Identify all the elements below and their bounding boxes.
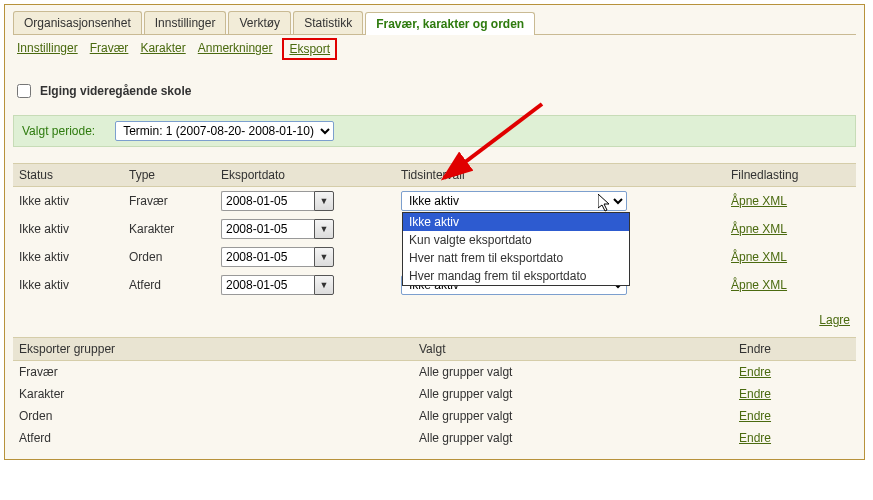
- top-tabs: Organisasjonsenhet Innstillinger Verktøy…: [13, 11, 856, 35]
- date-picker-icon[interactable]: ▼: [314, 247, 334, 267]
- groups-selected: Alle grupper valgt: [413, 383, 733, 405]
- groups-edit-link[interactable]: Endre: [739, 431, 771, 445]
- open-xml-link[interactable]: Åpne XML: [731, 194, 787, 208]
- grid-row: Ikke aktiv Fravær ▼ Ikke aktiv Åpne XML: [13, 187, 856, 215]
- groups-selected: Alle grupper valgt: [413, 427, 733, 449]
- tab-tools[interactable]: Verktøy: [228, 11, 291, 34]
- groups-type: Atferd: [13, 427, 413, 449]
- groups-edit-link[interactable]: Endre: [739, 387, 771, 401]
- cell-type: Fravær: [123, 190, 215, 212]
- dropdown-option[interactable]: Hver mandag frem til eksportdato: [403, 267, 629, 285]
- cell-type: Orden: [123, 246, 215, 268]
- interval-select[interactable]: Ikke aktiv: [401, 191, 627, 211]
- header-download: Filnedlasting: [725, 164, 856, 186]
- date-picker-icon[interactable]: ▼: [314, 219, 334, 239]
- cell-status: Ikke aktiv: [13, 246, 123, 268]
- subnav-settings[interactable]: Innstillinger: [17, 41, 78, 57]
- groups-edit-link[interactable]: Endre: [739, 365, 771, 379]
- subnav-export-highlight: Eksport: [282, 38, 337, 60]
- subnav-notes[interactable]: Anmerkninger: [198, 41, 273, 57]
- export-date-input[interactable]: [221, 191, 314, 211]
- open-xml-link[interactable]: Åpne XML: [731, 222, 787, 236]
- school-name: Elging videregående skole: [40, 84, 191, 98]
- groups-type: Karakter: [13, 383, 413, 405]
- groups-row: Fravær Alle grupper valgt Endre: [13, 361, 856, 383]
- header-type: Type: [123, 164, 215, 186]
- groups-header-selected: Valgt: [413, 338, 733, 360]
- header-interval: Tidsintervall: [395, 164, 725, 186]
- school-row: Elging videregående skole: [13, 81, 856, 101]
- interval-dropdown[interactable]: Ikke aktiv Kun valgte eksportdato Hver n…: [402, 212, 630, 286]
- groups-row: Orden Alle grupper valgt Endre: [13, 405, 856, 427]
- cell-status: Ikke aktiv: [13, 218, 123, 240]
- date-picker-icon[interactable]: ▼: [314, 275, 334, 295]
- tab-absence[interactable]: Fravær, karakter og orden: [365, 12, 535, 35]
- cell-type: Karakter: [123, 218, 215, 240]
- groups-edit-link[interactable]: Endre: [739, 409, 771, 423]
- subnav-export[interactable]: Eksport: [289, 42, 330, 56]
- grid-header: Status Type Eksportdato Tidsintervall Fi…: [13, 163, 856, 187]
- cell-status: Ikke aktiv: [13, 190, 123, 212]
- dropdown-option[interactable]: Hver natt frem til eksportdato: [403, 249, 629, 267]
- export-date-input[interactable]: [221, 247, 314, 267]
- period-bar: Valgt periode: Termin: 1 (2007-08-20- 20…: [13, 115, 856, 147]
- open-xml-link[interactable]: Åpne XML: [731, 278, 787, 292]
- subnav-absence[interactable]: Fravær: [90, 41, 129, 57]
- header-status: Status: [13, 164, 123, 186]
- period-select[interactable]: Termin: 1 (2007-08-20- 2008-01-10): [115, 121, 334, 141]
- groups-selected: Alle grupper valgt: [413, 361, 733, 383]
- groups-header: Eksporter grupper Valgt Endre: [13, 337, 856, 361]
- export-date-input[interactable]: [221, 275, 314, 295]
- groups-type: Orden: [13, 405, 413, 427]
- groups-row: Atferd Alle grupper valgt Endre: [13, 427, 856, 449]
- period-label: Valgt periode:: [22, 124, 95, 138]
- groups-header-edit: Endre: [733, 338, 856, 360]
- subnav: Innstillinger Fravær Karakter Anmerkning…: [13, 37, 856, 63]
- groups-type: Fravær: [13, 361, 413, 383]
- groups-row: Karakter Alle grupper valgt Endre: [13, 383, 856, 405]
- tab-org[interactable]: Organisasjonsenhet: [13, 11, 142, 34]
- open-xml-link[interactable]: Åpne XML: [731, 250, 787, 264]
- subnav-grade[interactable]: Karakter: [140, 41, 185, 57]
- tab-settings[interactable]: Innstillinger: [144, 11, 227, 34]
- groups-selected: Alle grupper valgt: [413, 405, 733, 427]
- cell-status: Ikke aktiv: [13, 274, 123, 296]
- header-date: Eksportdato: [215, 164, 395, 186]
- dropdown-option[interactable]: Kun valgte eksportdato: [403, 231, 629, 249]
- groups-header-export: Eksporter grupper: [13, 338, 413, 360]
- date-picker-icon[interactable]: ▼: [314, 191, 334, 211]
- export-date-input[interactable]: [221, 219, 314, 239]
- dropdown-option[interactable]: Ikke aktiv: [403, 213, 629, 231]
- tab-stats[interactable]: Statistikk: [293, 11, 363, 34]
- cell-type: Atferd: [123, 274, 215, 296]
- school-checkbox[interactable]: [17, 84, 31, 98]
- save-link[interactable]: Lagre: [819, 313, 850, 327]
